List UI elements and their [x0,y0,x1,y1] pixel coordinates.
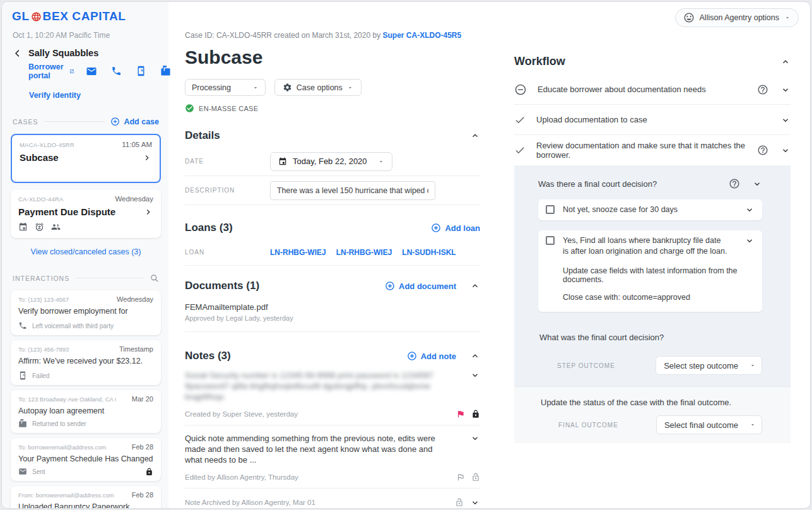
interaction-title: Your Payment Schedule Has Changed [18,454,153,464]
note-item-archived: Note Archived by Allison Agentry, Mar 01 [185,489,480,509]
logo-text-pre: GL [12,9,30,23]
add-note-button[interactable]: Add note [407,351,456,361]
help-icon[interactable] [757,84,768,95]
interaction-date: Wednesday [117,295,153,303]
case-options-button[interactable]: Case options [274,79,362,96]
workflow-step[interactable]: Upload documentation to case [514,105,791,135]
snooze-icon [35,222,44,232]
add-case-button[interactable]: Add case [110,117,159,126]
sidebar: GL BEX CAPITAL Oct 1, 10:20 AM Pacific T… [2,2,168,508]
case-time: Wednesday [115,195,153,203]
help-icon[interactable] [729,178,740,189]
documents-heading: Documents (1) [185,280,259,292]
interaction-status: Left voicemail with third party [32,323,114,329]
calendar-icon [18,222,28,232]
interaction-date: Feb 28 [132,443,153,451]
checkbox[interactable] [546,236,555,245]
interaction-recipient: To: 123 Broadway Ave Oakland, CA 94610 [18,396,116,403]
plus-circle-icon [110,117,120,126]
expand-chevron-icon[interactable] [780,85,791,95]
document-meta: Approved by Legal Lady, yesterday [185,314,480,322]
parent-case-link[interactable]: Super CA-XLDO-45R5 [382,31,461,40]
expand-chevron-icon[interactable] [470,433,480,443]
case-card-payment-dispute[interactable]: CA-XLDO-44RA Wednesday Payment Due Dispu… [11,189,161,238]
mailbox-icon[interactable] [160,66,171,77]
description-input[interactable] [270,181,435,200]
current-datetime: Oct 1, 10:20 AM Pacific Time [13,31,162,40]
workflow-step-label: Upload documentation to case [536,115,780,124]
loan-link[interactable]: LN-RHBG-WIEJ [270,248,326,257]
expand-chevron-icon[interactable] [470,497,480,507]
add-document-button[interactable]: Add document [385,281,456,291]
interaction-card[interactable]: To: (123) 456-7893 Timestamp Affirm: We'… [11,340,161,385]
sms-mobile-icon[interactable] [136,66,146,77]
case-status-select[interactable]: Processing [185,79,266,96]
note-text: Quick note ammending something from the … [185,433,470,465]
lock-open-icon [471,473,480,482]
collapse-chevron-icon[interactable] [470,351,480,361]
search-icon[interactable] [150,273,159,283]
email-icon[interactable] [86,66,97,77]
step-outcome-label: STEP OUTCOME [557,362,615,369]
final-outcome-select[interactable]: Select final outcome [656,415,762,434]
document-name: FEMAmailtemplate.pdf [185,302,480,312]
flag-icon [456,410,465,418]
interaction-card[interactable]: From: borroweremail@address.com Feb 28 U… [11,486,161,509]
phone-icon[interactable] [111,66,122,77]
case-meta-line: Case ID: CA-XLDO-45RR created on March 3… [185,31,480,40]
interaction-date: Feb 28 [132,491,153,499]
workflow-panel: Workflow Educate borrower about document… [514,2,791,443]
workflow-step[interactable]: Educate borrower about documentation nee… [514,74,791,105]
option-detail: Update case fields with latest informati… [563,266,755,284]
final-outcome-text: Update the status of the case with the f… [541,398,762,407]
view-closed-cases-link[interactable]: View closed/canceled cases (3) [9,247,162,256]
app-window: GL BEX CAPITAL Oct 1, 10:20 AM Pacific T… [1,1,811,509]
interaction-card[interactable]: To: (123) 123-4567 Wednesday Verify borr… [11,290,161,335]
external-link-icon [69,68,74,75]
interaction-card[interactable]: To: 123 Broadway Ave Oakland, CA 94610 M… [11,390,161,433]
caret-down-icon [750,422,756,428]
expand-chevron-icon[interactable] [780,145,791,155]
interaction-title: Verify borrower employment for collectio… [18,306,153,318]
expand-chevron-icon[interactable] [744,235,755,246]
loan-link[interactable]: LN-SUDH-ISKL [402,248,456,257]
expand-chevron-icon[interactable] [752,179,762,189]
back-chevron-icon[interactable] [13,49,22,80]
case-card-subcase[interactable]: MACA-XLDO-45RR 11:05 AM Subcase [11,134,161,183]
help-icon[interactable] [757,145,768,156]
interaction-card[interactable]: To: borroweremail@address.com Feb 28 You… [11,438,161,481]
main-panel: Case ID: CA-XLDO-45RR created on March 3… [185,2,480,509]
add-loan-button[interactable]: Add loan [431,223,480,233]
interaction-recipient: To: borroweremail@address.com [18,444,107,451]
expand-chevron-icon[interactable] [744,205,755,215]
interaction-title: Autopay loan agreement [18,406,153,416]
chevron-right-icon[interactable] [143,207,153,217]
workflow-step[interactable]: Review documentation and make sure that … [514,135,791,165]
interaction-status: Sent [32,468,45,475]
case-title: Subcase [20,152,59,163]
case-title: Payment Due Dispute [18,206,115,217]
borrower-portal-link[interactable]: Borrower portal [28,62,74,80]
enmasse-badge: EN-MASSE CASE [185,104,480,113]
step-outcome-select[interactable]: Select step outcome [656,356,762,375]
loan-link[interactable]: LN-RHBG-WIEJ [336,248,392,257]
email-icon [18,467,27,476]
verify-identity-link[interactable]: Verify identity [29,91,162,100]
mailbox-icon [18,419,27,428]
collapse-chevron-icon[interactable] [780,57,791,67]
workflow-step-label: Educate borrower about documentation nee… [538,85,757,94]
interaction-date: Timestamp [119,345,153,353]
date-picker-button[interactable]: Today, Feb 22, 2020 [270,152,392,171]
expand-chevron-icon[interactable] [470,370,480,380]
document-item[interactable]: FEMAmailtemplate.pdf Approved by Legal L… [185,292,480,332]
interaction-sender: From: borroweremail@address.com [18,492,114,499]
check-icon [514,145,526,156]
interaction-status: Returned to sender [32,420,86,427]
note-meta: Note Archived by Allison Agentry, Mar 01 [185,499,315,506]
expand-chevron-icon[interactable] [780,115,791,125]
chevron-right-icon[interactable] [142,153,152,163]
collapse-chevron-icon[interactable] [470,131,480,141]
skip-circle-icon [514,83,527,96]
collapse-chevron-icon[interactable] [470,281,480,291]
checkbox[interactable] [546,205,555,214]
